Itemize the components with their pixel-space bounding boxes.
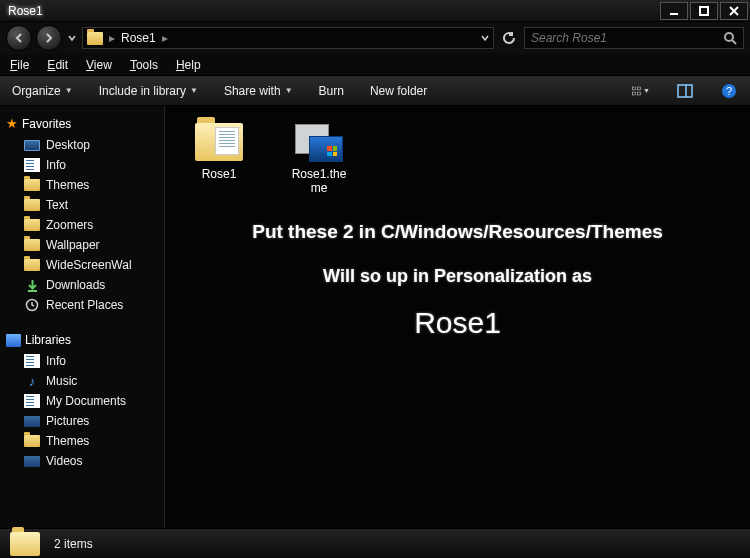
menubar: File Edit View Tools Help bbox=[0, 54, 750, 76]
file-item[interactable]: Rose1 bbox=[183, 120, 255, 196]
menu-tools[interactable]: Tools bbox=[130, 58, 158, 72]
document-icon bbox=[24, 354, 40, 368]
svg-rect-1 bbox=[700, 7, 708, 15]
menu-edit[interactable]: Edit bbox=[47, 58, 68, 72]
change-view-button[interactable]: ▼ bbox=[632, 82, 650, 100]
theme-file-icon bbox=[295, 122, 343, 162]
svg-line-5 bbox=[732, 40, 736, 44]
libraries-icon bbox=[6, 334, 21, 347]
sidebar: ★ Favorites DesktopInfoThemesTextZoomers… bbox=[0, 106, 165, 528]
pictures-icon bbox=[24, 456, 40, 467]
libraries-item[interactable]: Info bbox=[0, 351, 164, 371]
folder-icon bbox=[24, 259, 40, 271]
tree-item-label: Pictures bbox=[46, 414, 89, 428]
file-item-label: Rose1.theme bbox=[292, 168, 347, 196]
organize-button[interactable]: Organize▼ bbox=[12, 84, 73, 98]
navbar: ▸ Rose1 ▸ bbox=[0, 22, 750, 54]
svg-rect-7 bbox=[638, 87, 641, 90]
svg-rect-6 bbox=[633, 87, 636, 90]
tree-item-label: Recent Places bbox=[46, 298, 123, 312]
tree-item-label: Themes bbox=[46, 434, 89, 448]
main: ★ Favorites DesktopInfoThemesTextZoomers… bbox=[0, 106, 750, 528]
help-button[interactable]: ? bbox=[720, 82, 738, 100]
content-area[interactable]: Rose1Rose1.theme Put these 2 in C/Window… bbox=[165, 106, 750, 528]
libraries-item[interactable]: ♪Music bbox=[0, 371, 164, 391]
folder-icon bbox=[195, 123, 243, 161]
search-box[interactable] bbox=[524, 27, 744, 49]
libraries-item[interactable]: Videos bbox=[0, 451, 164, 471]
document-icon bbox=[24, 394, 40, 408]
refresh-button[interactable] bbox=[498, 27, 520, 49]
favorites-item[interactable]: Themes bbox=[0, 175, 164, 195]
folder-icon bbox=[24, 199, 40, 211]
download-icon bbox=[24, 278, 40, 292]
search-icon bbox=[724, 32, 737, 45]
back-button[interactable] bbox=[6, 25, 32, 51]
tree-item-label: My Documents bbox=[46, 394, 126, 408]
file-item-label: Rose1 bbox=[202, 168, 237, 182]
favorites-item[interactable]: Downloads bbox=[0, 275, 164, 295]
tree-item-label: Info bbox=[46, 354, 66, 368]
overlay-line-3: Rose1 bbox=[165, 306, 750, 340]
tree-item-label: Downloads bbox=[46, 278, 105, 292]
history-dropdown[interactable] bbox=[66, 34, 78, 42]
svg-point-4 bbox=[725, 33, 733, 41]
search-input[interactable] bbox=[531, 31, 724, 45]
folder-icon bbox=[24, 179, 40, 191]
tree-item-label: Videos bbox=[46, 454, 82, 468]
file-item[interactable]: Rose1.theme bbox=[283, 120, 355, 196]
titlebar: Rose1 bbox=[0, 0, 750, 22]
preview-pane-button[interactable] bbox=[676, 82, 694, 100]
address-bar[interactable]: ▸ Rose1 ▸ bbox=[82, 27, 494, 49]
tree-item-label: Zoomers bbox=[46, 218, 93, 232]
pictures-icon bbox=[24, 416, 40, 427]
menu-file[interactable]: File bbox=[10, 58, 29, 72]
status-bar: 2 items bbox=[0, 528, 750, 558]
include-in-library-button[interactable]: Include in library▼ bbox=[99, 84, 198, 98]
forward-button[interactable] bbox=[36, 25, 62, 51]
breadcrumb-sep-icon: ▸ bbox=[109, 31, 115, 45]
libraries-item[interactable]: My Documents bbox=[0, 391, 164, 411]
music-icon: ♪ bbox=[24, 374, 40, 388]
favorites-item[interactable]: Info bbox=[0, 155, 164, 175]
window-title: Rose1 bbox=[2, 4, 658, 18]
burn-button[interactable]: Burn bbox=[319, 84, 344, 98]
favorites-item[interactable]: Text bbox=[0, 195, 164, 215]
favorites-item[interactable]: Zoomers bbox=[0, 215, 164, 235]
recent-icon bbox=[24, 298, 40, 312]
tree-item-label: WideScreenWal bbox=[46, 258, 132, 272]
menu-view[interactable]: View bbox=[86, 58, 112, 72]
tree-item-label: Music bbox=[46, 374, 77, 388]
favorites-header[interactable]: ★ Favorites bbox=[0, 112, 164, 135]
menu-help[interactable]: Help bbox=[176, 58, 201, 72]
libraries-item[interactable]: Themes bbox=[0, 431, 164, 451]
folder-icon bbox=[24, 219, 40, 231]
folder-icon bbox=[24, 239, 40, 251]
folder-icon bbox=[10, 532, 40, 556]
overlay-line-2: Will so up in Personalization as bbox=[165, 266, 750, 287]
svg-text:?: ? bbox=[726, 85, 732, 97]
document-icon bbox=[24, 158, 40, 172]
favorites-label: Favorites bbox=[22, 117, 71, 131]
favorites-item[interactable]: Desktop bbox=[0, 135, 164, 155]
breadcrumb-folder[interactable]: Rose1 bbox=[121, 31, 156, 45]
favorites-item[interactable]: Wallpaper bbox=[0, 235, 164, 255]
star-icon: ★ bbox=[6, 116, 18, 131]
libraries-item[interactable]: Pictures bbox=[0, 411, 164, 431]
libraries-header[interactable]: Libraries bbox=[0, 329, 164, 351]
address-dropdown-icon[interactable] bbox=[481, 34, 489, 42]
tree-item-label: Themes bbox=[46, 178, 89, 192]
libraries-label: Libraries bbox=[25, 333, 71, 347]
new-folder-button[interactable]: New folder bbox=[370, 84, 427, 98]
share-with-button[interactable]: Share with▼ bbox=[224, 84, 293, 98]
close-button[interactable] bbox=[720, 2, 748, 20]
minimize-button[interactable] bbox=[660, 2, 688, 20]
maximize-button[interactable] bbox=[690, 2, 718, 20]
favorites-item[interactable]: Recent Places bbox=[0, 295, 164, 315]
svg-rect-8 bbox=[633, 92, 636, 95]
desktop-icon bbox=[24, 140, 40, 151]
favorites-item[interactable]: WideScreenWal bbox=[0, 255, 164, 275]
svg-rect-9 bbox=[638, 92, 641, 95]
item-count: 2 items bbox=[54, 537, 93, 551]
tree-item-label: Wallpaper bbox=[46, 238, 100, 252]
